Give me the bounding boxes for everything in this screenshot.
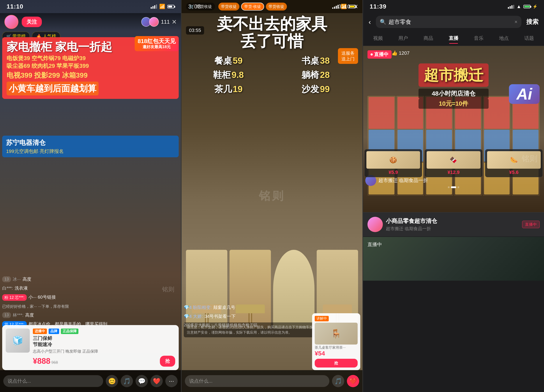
timer-badge-2: 03:55 <box>186 26 204 35</box>
streamer-avatar-1[interactable] <box>4 15 18 29</box>
tab-location[interactable]: 地点 <box>491 33 517 44</box>
bottom-bar-1: 说点什么... 😊 🎵 💬 ❤️ ··· <box>0 370 181 392</box>
p2-product-price: ¥54 <box>315 350 358 357</box>
tab-topic[interactable]: 话题 <box>517 33 542 44</box>
live-preview-1[interactable]: 直播中 👍 1207 Ai 超市搬迁 48小时闭店清仓 10元=10件 铭则 超… <box>363 46 544 212</box>
sm-title: 超市搬迁 <box>419 63 489 87</box>
scroll-dot-2 <box>451 186 456 188</box>
chat-msg-5: 13 林***: 高度 <box>2 312 179 318</box>
promo-line-2: 吸尘器69 绞肉机29 苹果平板399 <box>6 62 174 70</box>
viewer-avatar-2[interactable] <box>149 17 159 27</box>
brand-tag-1: 品牌 <box>49 329 59 334</box>
p2-like-button[interactable]: ❤️ <box>347 375 359 387</box>
product-image-1: 🧊 <box>6 329 30 353</box>
tab-bar-3: 视频 用户 商品 直播 音乐 地点 话题 <box>363 31 544 46</box>
live-user-info: 超市搬迁 临期食品一折 <box>378 177 428 184</box>
product-price-1: ¥888 <box>33 357 50 366</box>
panel2-top-bar: 🛒 带货收徒 带货收徒 带货·收徒 带货收徒 3110 × <box>182 0 362 13</box>
chat-msg-4: 已经好好价格，家··· ···下单，库存有限 <box>2 304 179 309</box>
more-button-1[interactable]: ··· <box>165 375 177 387</box>
signal-1 <box>151 4 157 9</box>
follow-button-1[interactable]: 关注 <box>22 17 42 27</box>
supermarket-overlay: 超市搬迁 48小时闭店清仓 10元=10件 <box>419 63 489 109</box>
sub-banner-1: 苏宁电器清仓 199元空调包邮 亮灯牌报名 <box>2 136 179 157</box>
price-info-1: ¥888 968 <box>33 357 58 366</box>
panel-electronics: 11:10 📶 关注 111 × 🛒 带货榜 <box>0 0 181 392</box>
second-live-card[interactable]: 小商品零食超市清仓 超市搬迁 临期食品一折 直播中 <box>363 212 544 236</box>
festival-badge: 818红包天天见 邀好友最高18元 <box>135 36 179 51</box>
cart-label-2[interactable]: 🛒 带货收徒 <box>186 3 215 11</box>
back-button-3[interactable]: ‹ <box>367 18 373 26</box>
close-button-1[interactable]: × <box>172 17 177 26</box>
p2-product-title: 茶几桌客厅家用茶··· <box>315 346 358 350</box>
product-tags-1: 进播中 品牌 正品保障 <box>33 329 175 334</box>
fp-price-2: 9.8 <box>231 70 244 80</box>
badge-2[interactable]: 带货·收徒 <box>241 3 264 11</box>
authentic-tag-1: 正品保障 <box>61 329 78 334</box>
tab-video[interactable]: 视频 <box>365 33 390 44</box>
emoji-button-1[interactable]: 😊 <box>106 375 118 387</box>
fp-price-0: 59 <box>233 56 243 65</box>
lpr-item-0[interactable]: 🍪 ¥5.9 <box>364 149 422 177</box>
share-button-1[interactable]: 💬 <box>136 375 148 387</box>
fp-price-3: 28 <box>320 70 330 80</box>
scroll-dot-3 <box>457 186 459 188</box>
product-card-1: 🧊 进播中 品牌 正品保障 三门保鲜节能速冷 志高小户型三开门 晚发即做 正品保… <box>2 325 179 370</box>
comment-input-1[interactable]: 说点什么... <box>3 375 103 387</box>
grab-button-1[interactable]: 抢 <box>160 356 175 367</box>
badge-1[interactable]: 带货收徒 <box>218 3 239 11</box>
furniture-prices-2: 餐桌 59 书桌 38 鞋柜 9.8 躺椅 28 茶几 19 沙发 99 <box>184 55 360 95</box>
search-text-3[interactable]: 超市零食 <box>389 18 512 26</box>
like-button-1[interactable]: ❤️ <box>150 375 163 387</box>
close-button-2[interactable]: × <box>354 2 358 11</box>
fp-item-2: 鞋柜 9.8 <box>188 69 269 81</box>
badge-row-2: 带货收徒 带货·收徒 带货收徒 <box>218 3 287 11</box>
viewer-count-1: 111 <box>161 19 170 25</box>
chat-msg-2: 白***: 洗衣液 <box>2 285 179 291</box>
badge-3[interactable]: 带货收徒 <box>266 3 287 11</box>
status-icons-3: ▲ ⚡ <box>508 4 538 9</box>
p2-chat-area: 💎4 盼阳相变: 颠窗桌几号 💎4 大娇: 34号书架看一下 200多斤大航航：… <box>184 305 310 331</box>
p2-chat-3: 200多斤大航航：八号链接价格包含椅子吗 <box>184 323 310 328</box>
p2-music-button[interactable]: 🎵 <box>332 375 344 387</box>
sm-sub1: 48小时闭店清仓 <box>419 89 489 99</box>
fp-price-4: 19 <box>233 84 243 94</box>
status-icons-1: 📶 <box>151 4 174 9</box>
p2-chat-1: 💎4 盼阳相变: 颠窗桌几号 <box>184 305 310 310</box>
p2-grab-button[interactable]: 抢 <box>315 359 358 368</box>
live-dot-1 <box>371 53 373 56</box>
panel3-content: 直播中 👍 1207 Ai 超市搬迁 48小时闭店清仓 10元=10件 铭则 超… <box>363 46 544 392</box>
fp-label-0: 餐桌 <box>214 56 232 65</box>
cart-icon-2: 🛒 <box>189 4 195 9</box>
panel-search: 11:39 ▲ ⚡ ‹ 🔍 超市零食 × 搜索 视频 <box>363 0 544 392</box>
third-preview[interactable]: 直播中 <box>363 237 544 281</box>
lpr-item-1[interactable]: 🍫 ¥12.9 <box>425 149 482 177</box>
tp-bg <box>363 237 544 281</box>
tab-live[interactable]: 直播 <box>441 33 466 44</box>
signal-3 <box>508 4 514 9</box>
p2-chat-text-3: 200多斤大航航：八号链接价格包含椅子吗 <box>184 323 310 328</box>
fp-price-5: 99 <box>320 84 330 94</box>
like-count-1: 👍 1207 <box>392 50 409 56</box>
lpr-price-2: ¥5.6 <box>509 170 519 175</box>
fp-label-4: 茶几 <box>214 84 232 94</box>
music-button-1[interactable]: 🎵 <box>121 375 133 387</box>
search-box-3[interactable]: 🔍 超市零食 × <box>376 16 521 28</box>
tab-music[interactable]: 音乐 <box>466 33 491 44</box>
battery-1 <box>167 5 174 8</box>
chat-msg-1: 13 冰··· 高度 <box>2 276 179 282</box>
live-badge-1: 直播中 <box>367 50 392 59</box>
p2-product-card: 讲解中 🪑 茶几桌客厅家用茶··· ¥54 抢 <box>312 313 360 370</box>
p2-comment-input[interactable]: 说点什么... <box>185 375 329 387</box>
fp-label-5: 沙发 <box>302 84 319 94</box>
like-icon-1: 👍 <box>392 50 397 56</box>
search-icon-3: 🔍 <box>380 19 386 25</box>
lpr-img-1: 🍫 <box>427 151 480 169</box>
search-button-3[interactable]: 搜索 <box>524 18 541 26</box>
tab-product[interactable]: 商品 <box>416 33 441 44</box>
chat-text-2: 洗衣液 <box>15 285 179 291</box>
chat-badge-1: 13 <box>2 276 11 282</box>
search-clear-3[interactable]: × <box>514 19 518 25</box>
tab-user[interactable]: 用户 <box>390 33 416 44</box>
promo-tv-line: 电视399 投影299 冰箱399 <box>6 71 174 80</box>
